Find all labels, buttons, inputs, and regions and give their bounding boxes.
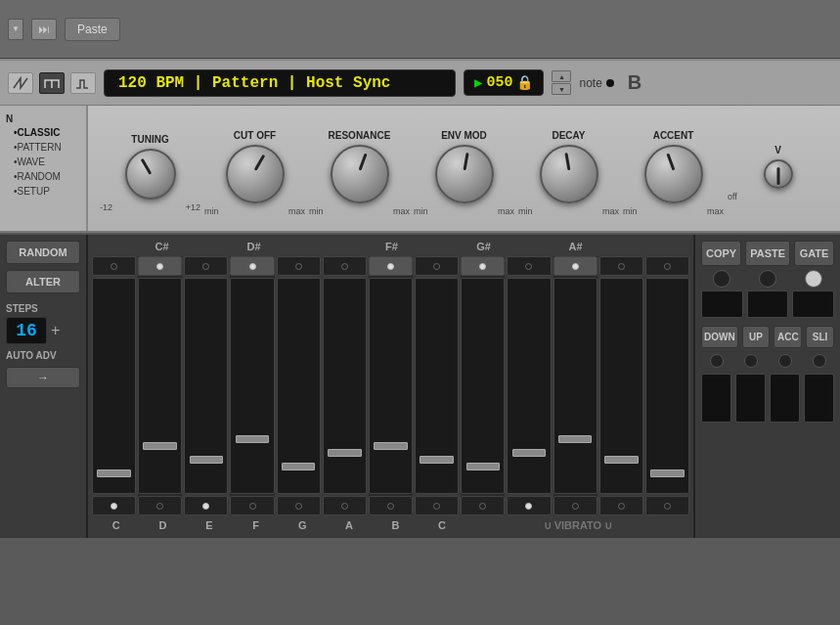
right-lights-row-top [701, 270, 834, 318]
pattern-down-btn[interactable]: ▼ [552, 83, 571, 95]
up-rect[interactable] [735, 374, 766, 423]
gate-button[interactable]: GATE [794, 241, 834, 266]
step-slider-c2[interactable] [645, 278, 689, 494]
steps-plus-btn[interactable]: + [51, 322, 60, 339]
copy-rect[interactable] [701, 290, 743, 318]
step-lower-a[interactable] [507, 496, 551, 515]
note-header-g [416, 241, 460, 252]
bpm-display[interactable]: 120 BPM | Pattern | Host Sync [104, 69, 456, 97]
skip-button[interactable]: ⏭ [31, 19, 57, 40]
gate-rect[interactable] [792, 290, 834, 318]
up-circle[interactable] [744, 354, 758, 368]
step-slider-c#[interactable] [138, 278, 182, 494]
note-header-b [599, 241, 643, 252]
step-upper-f[interactable] [323, 256, 367, 276]
acc-circle[interactable] [778, 354, 792, 368]
step-upper-f#[interactable] [369, 256, 413, 276]
v-knob[interactable] [764, 159, 793, 189]
pattern-setup[interactable]: •SETUP [6, 185, 80, 198]
step-slider-a#[interactable] [553, 278, 597, 494]
step-lower-f#[interactable] [369, 496, 413, 515]
right-bottom-row: DOWN UP ACC SLI [701, 326, 834, 348]
step-lower-c#[interactable] [138, 496, 182, 515]
transport-bar: 120 BPM | Pattern | Host Sync ▶ 050 🔒 ▲ … [0, 61, 840, 106]
step-lower-dot-c# [156, 503, 163, 510]
step-upper-g#[interactable] [461, 256, 505, 276]
icon-pulse[interactable] [70, 72, 96, 94]
step-upper-c#[interactable] [138, 256, 182, 276]
step-lower-c2[interactable] [645, 496, 689, 515]
sli-button[interactable]: SLI [806, 326, 834, 348]
knob-group-decay: DECAY min max [516, 130, 621, 216]
icon-saw[interactable] [8, 72, 33, 94]
gate-circle[interactable] [805, 270, 822, 288]
auto-adv-arrow-btn[interactable]: → [6, 367, 80, 388]
sli-circle[interactable] [813, 354, 826, 368]
paste-seq-button[interactable]: PASTE [745, 241, 790, 266]
step-lower-b[interactable] [599, 496, 643, 515]
step-slider-b[interactable] [599, 278, 643, 494]
step-upper-dot-g# [479, 263, 486, 270]
step-slider-d[interactable] [184, 278, 228, 494]
envmod-knob[interactable] [435, 145, 494, 203]
pattern-wave[interactable]: •WAVE [6, 156, 80, 168]
step-lower-d[interactable] [184, 496, 228, 515]
step-upper-dot-e [295, 263, 302, 270]
icon-square[interactable] [39, 72, 65, 94]
step-upper-a#[interactable] [553, 256, 597, 276]
note-header-asharp: A# [553, 241, 597, 252]
step-upper-g[interactable] [415, 256, 459, 276]
left-controls: RANDOM ALTER STEPS 16 + AUTO ADV → [0, 235, 88, 538]
step-slider-g[interactable] [415, 278, 459, 494]
down-button[interactable]: DOWN [701, 326, 738, 348]
step-upper-e[interactable] [277, 256, 321, 276]
step-lower-a#[interactable] [553, 496, 597, 515]
step-lower-f[interactable] [323, 496, 367, 515]
dropdown-arrow-btn[interactable]: ▼ [8, 19, 23, 40]
paste-button[interactable]: Paste [65, 18, 120, 41]
paste-circle[interactable] [759, 270, 776, 288]
copy-button[interactable]: COPY [701, 241, 741, 266]
step-lower-c[interactable] [92, 496, 136, 515]
step-lower-g[interactable] [415, 496, 459, 515]
step-upper-dot-d# [249, 263, 256, 270]
steps-display[interactable]: 16 [6, 317, 47, 344]
step-upper-c[interactable] [92, 256, 136, 276]
sli-rect[interactable] [804, 374, 834, 423]
step-lower-g#[interactable] [461, 496, 505, 515]
resonance-knob[interactable] [331, 145, 389, 203]
step-slider-e[interactable] [277, 278, 321, 494]
paste-rect[interactable] [747, 290, 789, 318]
alter-button[interactable]: ALTER [6, 270, 80, 293]
pattern-pattern[interactable]: •PATTERN [6, 141, 80, 154]
right-controls: COPY PASTE GATE DOWN UP ACC SLI [693, 235, 840, 538]
step-slider-a[interactable] [507, 278, 551, 494]
step-upper-a[interactable] [507, 256, 551, 276]
step-slider-d#[interactable] [230, 278, 274, 494]
pattern-up-btn[interactable]: ▲ [552, 70, 571, 82]
step-lower-e[interactable] [277, 496, 321, 515]
down-circle[interactable] [710, 354, 724, 368]
step-lower-d#[interactable] [230, 496, 274, 515]
tuning-knob[interactable] [125, 149, 176, 200]
acc-button[interactable]: ACC [774, 326, 802, 348]
step-slider-f#[interactable] [369, 278, 413, 494]
step-slider-f[interactable] [323, 278, 367, 494]
step-upper-c2[interactable] [645, 256, 689, 276]
pattern-random[interactable]: •RANDOM [6, 170, 80, 183]
random-button[interactable]: RANDOM [6, 241, 80, 264]
play-icon[interactable]: ▶ [474, 74, 482, 91]
step-slider-c[interactable] [92, 278, 136, 494]
step-upper-d#[interactable] [230, 256, 274, 276]
acc-rect[interactable] [770, 374, 800, 423]
accent-knob[interactable] [644, 145, 703, 203]
step-upper-d[interactable] [184, 256, 228, 276]
pattern-classic[interactable]: •CLASSIC [6, 126, 80, 139]
cutoff-knob[interactable] [226, 145, 285, 203]
up-button[interactable]: UP [742, 326, 771, 348]
decay-knob[interactable] [540, 145, 598, 203]
step-slider-g#[interactable] [461, 278, 505, 494]
copy-circle[interactable] [713, 270, 730, 288]
step-upper-b[interactable] [599, 256, 643, 276]
down-rect[interactable] [701, 374, 731, 423]
